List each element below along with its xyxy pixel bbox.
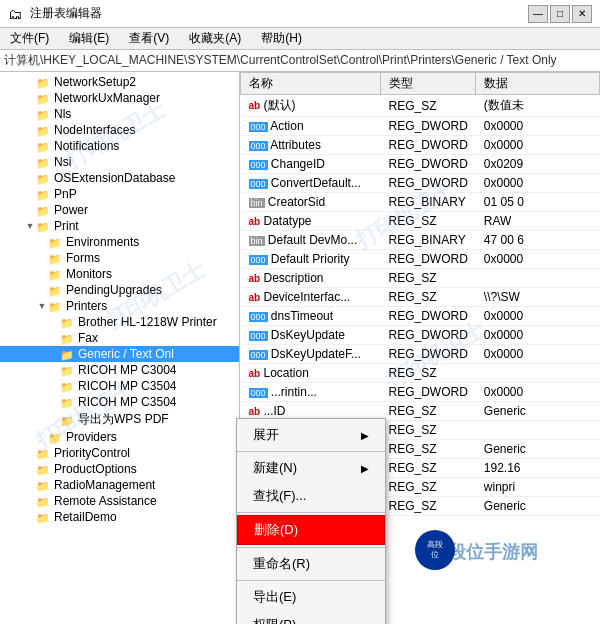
reg-type: REG_BINARY (381, 231, 476, 250)
folder-icon (48, 284, 64, 296)
table-row[interactable]: ab (默认) REG_SZ (数值未 (241, 95, 600, 117)
menu-item[interactable]: 收藏夹(A) (183, 28, 247, 49)
context-menu-item[interactable]: 导出(E) (237, 583, 385, 611)
context-menu-item[interactable]: 展开 ▶ (237, 421, 385, 449)
table-row[interactable]: bin CreatorSid REG_BINARY 01 05 0 (241, 193, 600, 212)
tree-item[interactable]: RadioManagement (0, 477, 239, 493)
close-button[interactable]: ✕ (572, 5, 592, 23)
tree-item[interactable]: NodeInterfaces (0, 122, 239, 138)
folder-icon (36, 76, 52, 88)
tree-item[interactable]: Remote Assistance (0, 493, 239, 509)
reg-type: REG_SZ (381, 288, 476, 307)
tree-item[interactable]: Notifications (0, 138, 239, 154)
tree-item-label: PendingUpgrades (66, 283, 162, 297)
tree-item[interactable]: Monitors (0, 266, 239, 282)
tree-item[interactable]: ▼ Printers (0, 298, 239, 314)
folder-icon (60, 348, 76, 360)
table-row[interactable]: bin Default DevMo... REG_BINARY 47 00 6 (241, 231, 600, 250)
table-row[interactable]: ab Description REG_SZ (241, 269, 600, 288)
table-row[interactable]: 000 Default Priority REG_DWORD 0x0000 (241, 250, 600, 269)
tree-item[interactable]: Forms (0, 250, 239, 266)
table-row[interactable]: 000 DsKeyUpdate REG_DWORD 0x0000 (241, 326, 600, 345)
table-row[interactable]: 000 Action REG_DWORD 0x0000 (241, 117, 600, 136)
table-row[interactable]: 000 ChangeID REG_DWORD 0x0209 (241, 155, 600, 174)
tree-item[interactable]: NetworkSetup2 (0, 74, 239, 90)
table-row[interactable]: 000 DsKeyUpdateF... REG_DWORD 0x0000 (241, 345, 600, 364)
maximize-button[interactable]: □ (550, 5, 570, 23)
table-row[interactable]: 000 ConvertDefault... REG_DWORD 0x0000 (241, 174, 600, 193)
folder-icon (48, 268, 64, 280)
tree-item[interactable]: PendingUpgrades (0, 282, 239, 298)
folder-icon (36, 204, 52, 216)
tree-item[interactable]: RICOH MP C3504 (0, 378, 239, 394)
tree-item[interactable]: Brother HL-1218W Printer (0, 314, 239, 330)
menu-item[interactable]: 文件(F) (4, 28, 55, 49)
tree-item-label: OSExtensionDatabase (54, 171, 175, 185)
tree-item[interactable]: Providers (0, 429, 239, 445)
folder-icon (60, 332, 76, 344)
folder-icon (36, 447, 52, 459)
tree-item[interactable]: Generic / Text Onl (0, 346, 239, 362)
folder-icon (36, 495, 52, 507)
tree-item[interactable]: OSExtensionDatabase (0, 170, 239, 186)
tree-item[interactable]: Fax (0, 330, 239, 346)
reg-name: 000 Attributes (241, 136, 381, 155)
table-row[interactable]: ab Datatype REG_SZ RAW (241, 212, 600, 231)
context-menu-item[interactable]: 重命名(R) (237, 550, 385, 578)
context-menu-item[interactable]: 新建(N) ▶ (237, 454, 385, 482)
context-menu-item[interactable]: 查找(F)... (237, 482, 385, 510)
context-menu: 展开 ▶新建(N) ▶查找(F)... 删除(D) 重命名(R) 导出(E) 权… (236, 418, 386, 624)
folder-icon (60, 316, 76, 328)
reg-name: ab DeviceInterfac... (241, 288, 381, 307)
menu-item[interactable]: 查看(V) (123, 28, 175, 49)
menu-item[interactable]: 帮助(H) (255, 28, 308, 49)
table-row[interactable]: ab Location REG_SZ (241, 364, 600, 383)
reg-type: REG_SZ (381, 402, 476, 421)
folder-icon (60, 364, 76, 376)
tree-item[interactable]: Environments (0, 234, 239, 250)
col-data: 数据 (476, 73, 600, 95)
tree-item-label: Printers (66, 299, 107, 313)
folder-icon (60, 414, 76, 426)
menu-item[interactable]: 编辑(E) (63, 28, 115, 49)
tree-item[interactable]: NetworkUxManager (0, 90, 239, 106)
table-row[interactable]: ab DeviceInterfac... REG_SZ \\?\SW (241, 288, 600, 307)
tree-item[interactable]: RICOH MP C3004 (0, 362, 239, 378)
reg-name: 000 ConvertDefault... (241, 174, 381, 193)
tree-item[interactable]: Power (0, 202, 239, 218)
tree-item[interactable]: 导出为WPS PDF (0, 410, 239, 429)
tree-item[interactable]: Nsi (0, 154, 239, 170)
context-menu-item[interactable]: 删除(D) (237, 515, 385, 545)
reg-type: REG_SZ (381, 421, 476, 440)
reg-data (476, 364, 600, 383)
reg-type: REG_SZ (381, 212, 476, 231)
folder-icon (48, 300, 64, 312)
tree-item[interactable]: PnP (0, 186, 239, 202)
minimize-button[interactable]: — (528, 5, 548, 23)
tree-panel[interactable]: NetworkSetup2 NetworkUxManager Nls NodeI… (0, 72, 240, 624)
tree-item[interactable]: PriorityControl (0, 445, 239, 461)
tree-item-label: PriorityControl (54, 446, 130, 460)
context-menu-item[interactable]: 权限(P)... (237, 611, 385, 624)
tree-item-label: Nsi (54, 155, 71, 169)
table-row[interactable]: 000 Attributes REG_DWORD 0x0000 (241, 136, 600, 155)
tree-item-label: RICOH MP C3004 (78, 363, 176, 377)
table-row[interactable]: 000 dnsTimeout REG_DWORD 0x0000 (241, 307, 600, 326)
reg-data: winpri (476, 478, 600, 497)
tree-item[interactable]: ProductOptions (0, 461, 239, 477)
tree-item-label: Notifications (54, 139, 119, 153)
table-row[interactable]: 000 ...rintin... REG_DWORD 0x0000 (241, 383, 600, 402)
tree-item-label: Providers (66, 430, 117, 444)
tree-item[interactable]: ▼ Print (0, 218, 239, 234)
tree-item-label: Fax (78, 331, 98, 345)
tree-item[interactable]: RICOH MP C3504 (0, 394, 239, 410)
tree-item[interactable]: Nls (0, 106, 239, 122)
folder-icon (48, 236, 64, 248)
folder-icon (36, 479, 52, 491)
tree-item[interactable]: RetailDemo (0, 509, 239, 525)
reg-name: bin CreatorSid (241, 193, 381, 212)
folder-icon (36, 156, 52, 168)
tree-item-label: NetworkUxManager (54, 91, 160, 105)
reg-type: REG_SZ (381, 478, 476, 497)
col-name: 名称 (241, 73, 381, 95)
